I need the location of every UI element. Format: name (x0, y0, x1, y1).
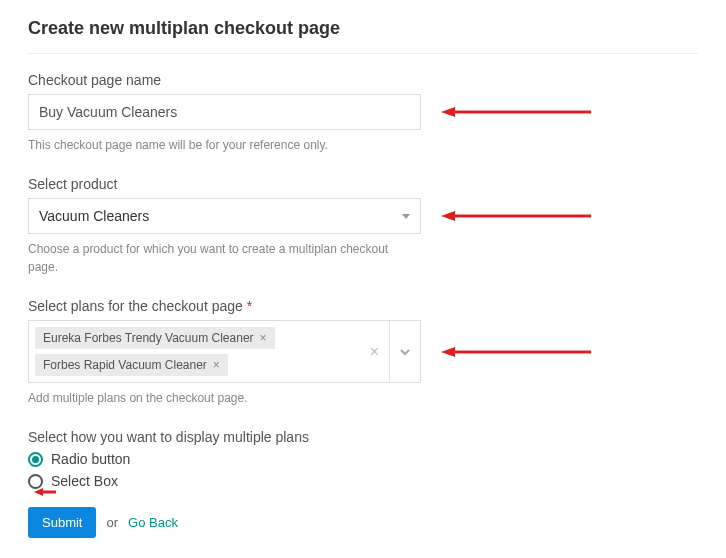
checkout-name-input[interactable] (28, 94, 421, 130)
field-select-product: Select product Vacuum Cleaners Choose a … (28, 176, 698, 276)
field-display-mode: Select how you want to display multiple … (28, 429, 698, 489)
plans-tags-area[interactable]: Eureka Forbes Trendy Vacuum Cleaner × Fo… (29, 321, 360, 382)
annotation-arrow (441, 206, 591, 226)
chevron-down-icon (402, 214, 410, 219)
field-select-plans: Select plans for the checkout page * Eur… (28, 298, 698, 407)
remove-tag-icon[interactable]: × (213, 358, 220, 372)
annotation-arrow-small (34, 485, 56, 503)
select-product-help: Choose a product for which you want to c… (28, 240, 421, 276)
remove-tag-icon[interactable]: × (260, 331, 267, 345)
go-back-link[interactable]: Go Back (128, 515, 178, 530)
plan-tag-label: Eureka Forbes Trendy Vacuum Cleaner (43, 331, 254, 345)
svg-marker-7 (34, 488, 43, 496)
submit-button[interactable]: Submit (28, 507, 96, 538)
page-title: Create new multiplan checkout page (28, 18, 698, 54)
select-plans-label: Select plans for the checkout page * (28, 298, 698, 314)
checkout-name-label: Checkout page name (28, 72, 698, 88)
svg-marker-1 (441, 107, 455, 117)
display-option-label: Select Box (51, 473, 118, 489)
expand-plans-icon[interactable] (390, 321, 420, 382)
select-product-label: Select product (28, 176, 698, 192)
select-product-dropdown[interactable]: Vacuum Cleaners (28, 198, 421, 234)
display-option-label: Radio button (51, 451, 130, 467)
or-text: or (106, 515, 118, 530)
svg-marker-5 (441, 347, 455, 357)
required-marker: * (247, 298, 252, 314)
plan-tag: Forbes Rapid Vacuum Cleaner × (35, 354, 228, 376)
checkout-name-help: This checkout page name will be for your… (28, 136, 698, 154)
select-plans-multiselect[interactable]: Eureka Forbes Trendy Vacuum Cleaner × Fo… (28, 320, 421, 383)
display-option-radio[interactable]: Radio button (28, 451, 698, 467)
plan-tag-label: Forbes Rapid Vacuum Cleaner (43, 358, 207, 372)
clear-plans-icon[interactable]: × (360, 321, 390, 382)
plan-tag: Eureka Forbes Trendy Vacuum Cleaner × (35, 327, 275, 349)
radio-icon[interactable] (28, 452, 43, 467)
field-checkout-name: Checkout page name This checkout page na… (28, 72, 698, 154)
form-actions: Submit or Go Back (28, 507, 698, 538)
annotation-arrow (441, 102, 591, 122)
display-mode-label: Select how you want to display multiple … (28, 429, 698, 445)
svg-marker-3 (441, 211, 455, 221)
select-product-value: Vacuum Cleaners (39, 208, 149, 224)
annotation-arrow (441, 342, 591, 362)
display-option-select-box[interactable]: Select Box (28, 473, 698, 489)
select-plans-help: Add multiple plans on the checkout page. (28, 389, 698, 407)
